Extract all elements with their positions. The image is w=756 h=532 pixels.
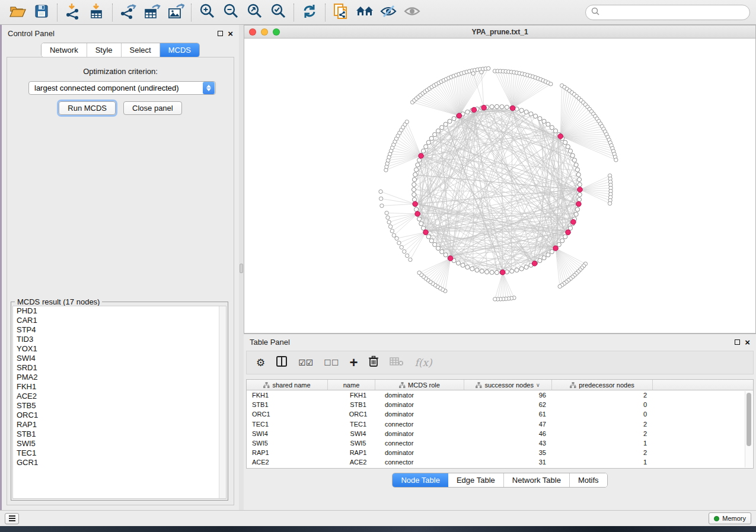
network-node[interactable]: [570, 153, 575, 158]
splitter-handle-icon[interactable]: [240, 264, 243, 273]
network-node[interactable]: [456, 261, 460, 265]
table-cell[interactable]: 35: [464, 449, 552, 456]
network-node[interactable]: [440, 126, 444, 130]
criterion-dropdown[interactable]: largest connected component (undirected): [28, 81, 216, 95]
network-node[interactable]: [519, 267, 524, 271]
network-node[interactable]: [542, 256, 546, 260]
network-node[interactable]: [417, 158, 421, 162]
table-cell[interactable]: TEC1: [328, 421, 375, 428]
table-cell[interactable]: SWI5: [328, 440, 375, 447]
table-cell[interactable]: 43: [464, 440, 552, 447]
table-cell[interactable]: 62: [464, 401, 552, 408]
table-row[interactable]: ACE2ACE2connector311: [247, 457, 753, 467]
table-cell[interactable]: connector: [375, 459, 464, 466]
zoom-fit-button[interactable]: [243, 2, 266, 23]
network-leaf-node[interactable]: [390, 229, 394, 233]
network-node[interactable]: [429, 136, 433, 140]
network-node[interactable]: [444, 122, 448, 126]
mcds-node[interactable]: [471, 107, 477, 113]
tab-select[interactable]: Select: [122, 43, 160, 57]
mcds-node[interactable]: [481, 105, 487, 110]
network-node[interactable]: [566, 145, 570, 149]
table-cell[interactable]: 96: [464, 392, 552, 399]
hide-selected-button[interactable]: [377, 2, 400, 23]
network-node[interactable]: [575, 207, 579, 211]
table-cell[interactable]: 1: [552, 459, 653, 466]
mcds-node[interactable]: [415, 211, 420, 217]
network-node[interactable]: [414, 168, 418, 172]
table-cell[interactable]: STB1: [247, 401, 328, 408]
network-node[interactable]: [426, 235, 430, 239]
network-window-titlebar[interactable]: YPA_prune.txt_1: [244, 25, 755, 39]
float-table-panel-icon[interactable]: [735, 339, 740, 345]
network-node[interactable]: [546, 253, 550, 257]
network-leaf-node[interactable]: [493, 297, 497, 301]
network-node[interactable]: [436, 246, 440, 250]
network-node[interactable]: [524, 265, 528, 269]
network-canvas[interactable]: [244, 39, 755, 333]
mcds-node[interactable]: [423, 230, 429, 235]
network-node[interactable]: [524, 110, 528, 114]
network-leaf-node[interactable]: [405, 254, 409, 257]
network-node[interactable]: [505, 105, 509, 109]
mcds-node[interactable]: [553, 246, 559, 251]
mcds-node[interactable]: [532, 261, 537, 266]
network-leaf-node[interactable]: [608, 201, 611, 205]
mcds-result-item[interactable]: RAP1: [13, 420, 226, 430]
float-panel-icon[interactable]: [218, 31, 223, 36]
show-all-button[interactable]: [400, 2, 424, 23]
run-mcds-button[interactable]: Run MCDS: [59, 101, 116, 115]
table-cell[interactable]: dominator: [375, 449, 464, 456]
mcds-result-item[interactable]: STP4: [13, 325, 226, 335]
network-node[interactable]: [470, 267, 474, 271]
import-table-button[interactable]: [85, 2, 109, 23]
network-node[interactable]: [416, 163, 420, 167]
table-cell[interactable]: 2: [552, 430, 653, 437]
network-leaf-node[interactable]: [388, 225, 392, 228]
network-node[interactable]: [465, 265, 470, 269]
network-node[interactable]: [444, 253, 448, 257]
table-cell[interactable]: dominator: [375, 392, 464, 399]
mcds-result-item[interactable]: SWI4: [13, 354, 226, 363]
tab-network-table[interactable]: Network Table: [504, 473, 570, 487]
network-node[interactable]: [550, 249, 554, 254]
mcds-result-item[interactable]: STB5: [13, 401, 226, 411]
table-cell[interactable]: STB1: [328, 401, 375, 408]
network-node[interactable]: [577, 197, 581, 201]
network-leaf-node[interactable]: [397, 241, 401, 245]
search-box[interactable]: [585, 5, 750, 20]
network-node[interactable]: [575, 168, 579, 172]
table-cell[interactable]: 47: [464, 421, 552, 428]
tab-node-table[interactable]: Node Table: [393, 473, 448, 487]
column-header-successor-nodes[interactable]: successor nodes∨: [464, 380, 552, 390]
save-session-button[interactable]: [30, 2, 53, 23]
network-node[interactable]: [412, 182, 416, 187]
network-node[interactable]: [572, 158, 576, 162]
network-node[interactable]: [452, 117, 456, 121]
network-leaf-node[interactable]: [614, 158, 618, 162]
table-row[interactable]: STB1STB1dominator620: [247, 400, 753, 409]
table-cell[interactable]: 61: [464, 411, 552, 418]
table-row[interactable]: ORC1ORC1dominator610: [247, 409, 753, 419]
network-leaf-node[interactable]: [395, 236, 398, 240]
mcds-node[interactable]: [457, 113, 462, 118]
network-node[interactable]: [421, 149, 425, 153]
network-leaf-node[interactable]: [403, 249, 406, 253]
table-row[interactable]: FKH1FKH1dominator962: [247, 390, 753, 400]
table-cell[interactable]: connector: [375, 440, 464, 447]
mcds-result-item[interactable]: YOX1: [13, 344, 226, 354]
mcds-list-scrollbar[interactable]: [219, 306, 226, 498]
network-node[interactable]: [495, 270, 499, 274]
mcds-result-item[interactable]: GCR1: [13, 458, 226, 467]
split-columns-icon[interactable]: [276, 355, 288, 370]
column-header-MCDS-role[interactable]: MCDS role: [375, 380, 464, 390]
mcds-node[interactable]: [510, 105, 515, 111]
network-node[interactable]: [576, 172, 580, 177]
mcds-node[interactable]: [576, 201, 582, 207]
copy-network-button[interactable]: [329, 2, 353, 23]
zoom-in-button[interactable]: [195, 2, 219, 23]
network-leaf-node[interactable]: [417, 271, 421, 274]
network-node[interactable]: [578, 182, 582, 187]
network-leaf-node[interactable]: [405, 120, 409, 123]
network-node[interactable]: [429, 239, 433, 243]
